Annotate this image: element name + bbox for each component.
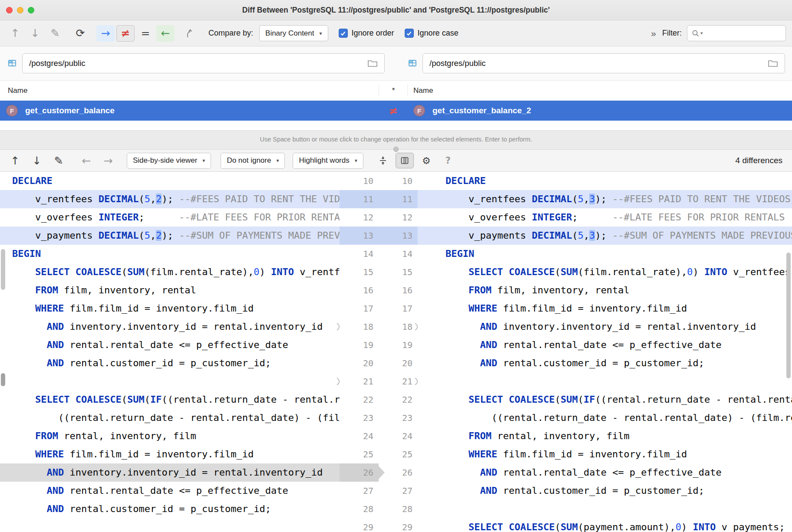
right-code-line[interactable]: SELECT COALESCE(SUM(payment.amount),0) I… <box>418 518 792 532</box>
previous-file-button[interactable]: ← <box>77 153 96 168</box>
next-difference-button[interactable]: ↓ <box>26 25 44 42</box>
right-path-input[interactable]: /postgres/public <box>422 53 785 73</box>
mark-not-equal-button[interactable]: ≠ <box>116 25 135 42</box>
selected-table-row[interactable]: F get_customer_balance ≠ F get_customer_… <box>0 101 792 121</box>
jump-to-source-button[interactable]: ✎ <box>50 153 68 168</box>
right-code-line[interactable]: v_overfees INTEGER; --#LATE FEES FOR PRI… <box>418 208 792 227</box>
left-code-line[interactable]: ((rental.return_date - rental.rental_dat… <box>0 409 340 427</box>
left-code-line[interactable] <box>0 372 340 391</box>
left-name-column-header[interactable]: Name <box>8 86 27 95</box>
folder-icon[interactable] <box>367 59 378 68</box>
edit-source-button[interactable]: ✎ <box>46 25 64 42</box>
next-file-button[interactable]: → <box>99 153 117 168</box>
right-code-line[interactable] <box>418 500 792 518</box>
right-line-number: 25 <box>379 445 418 463</box>
scrollbar-thumb[interactable] <box>1 249 5 290</box>
left-path-value: /postgres/public <box>29 59 86 68</box>
left-code-line[interactable]: v_overfees INTEGER; --#LATE FEES FOR PRI… <box>0 208 340 227</box>
whitespace-policy-dropdown[interactable]: Do not ignore ▾ <box>221 153 285 169</box>
left-path-group: /postgres/public <box>7 53 385 73</box>
right-line-number: 14 <box>379 245 418 263</box>
left-code-line[interactable]: WHERE film.film_id = inventory.film_id <box>0 445 340 463</box>
right-code-line[interactable]: DECLARE <box>418 172 792 190</box>
left-code-line[interactable]: AND rental.customer_id = p_customer_id; <box>0 354 340 372</box>
right-code-line[interactable]: FROM rental, inventory, film <box>418 427 792 445</box>
right-code-line[interactable]: SELECT COALESCE(SUM(film.rental_rate),0)… <box>418 263 792 281</box>
left-code-line[interactable]: AND rental.rental_date <= p_effective_da… <box>0 336 340 354</box>
left-code-line[interactable]: v_rentfees DECIMAL(5,2); --#FEES PAID TO… <box>0 190 340 208</box>
diff-row-12: v_overfees INTEGER; --#LATE FEES FOR PRI… <box>0 208 792 227</box>
previous-difference-button[interactable]: ↑ <box>6 25 24 42</box>
left-code-line[interactable]: WHERE film.film_id = inventory.film_id <box>0 299 340 318</box>
viewer-mode-dropdown[interactable]: Side-by-side viewer ▾ <box>127 153 211 169</box>
not-equal-status-icon[interactable]: ≠ <box>384 105 403 117</box>
left-code-line[interactable]: AND inventory.inventory_id = rental.inve… <box>0 318 340 336</box>
left-line-number: 28 <box>340 500 379 518</box>
right-code-line[interactable]: AND rental.customer_id = p_customer_id; <box>418 482 792 500</box>
left-line-number: 22 <box>340 391 379 409</box>
diff-row-17: WHERE film.film_id = inventory.film_id17… <box>0 299 792 318</box>
right-scrollbar[interactable] <box>785 172 792 532</box>
right-code-line[interactable]: ((rental.return_date - rental.rental_dat… <box>418 409 792 427</box>
mark-equal-button[interactable]: = <box>136 25 155 42</box>
copy-left-to-right-button[interactable]: → <box>96 25 115 42</box>
right-code-line[interactable]: BEGIN <box>418 245 792 263</box>
right-object-name[interactable]: get_customer_balance_2 <box>432 106 531 115</box>
folder-icon[interactable] <box>768 59 778 68</box>
left-code-line[interactable]: AND rental.customer_id = p_customer_id; <box>0 500 340 518</box>
refresh-button[interactable]: ⟳ <box>71 25 89 42</box>
fold-region-icon[interactable] <box>413 322 419 331</box>
left-code-line[interactable]: SELECT COALESCE(SUM(IF((rental.return_da… <box>0 391 340 409</box>
collapse-unchanged-button[interactable] <box>374 153 392 168</box>
left-code-line[interactable]: FROM film, inventory, rental <box>0 281 340 299</box>
fold-region-icon[interactable] <box>335 377 341 386</box>
left-code-line[interactable] <box>0 518 340 532</box>
right-name-column-header[interactable]: Name <box>413 86 433 95</box>
left-code-line[interactable]: AND inventory.inventory_id = rental.inve… <box>0 463 340 482</box>
highlight-mode-dropdown[interactable]: Highlight words ▾ <box>293 153 363 169</box>
copy-right-to-left-button[interactable]: ← <box>156 25 175 42</box>
filter-search-input[interactable]: ▾ <box>687 25 786 41</box>
right-code-line[interactable] <box>418 372 792 391</box>
right-code-line[interactable]: AND rental.customer_id = p_customer_id; <box>418 354 792 372</box>
next-change-button[interactable]: ↓ <box>28 153 46 168</box>
toolbar-overflow-chevrons[interactable]: » <box>651 28 656 39</box>
scrollbar-thumb[interactable] <box>786 253 791 378</box>
right-code-line[interactable]: FROM film, inventory, rental <box>418 281 792 299</box>
left-path-input[interactable]: /postgres/public <box>22 53 385 73</box>
right-code-line[interactable]: AND rental.rental_date <= p_effective_da… <box>418 463 792 482</box>
status-column-header[interactable]: * <box>384 86 403 95</box>
splitter-handle[interactable] <box>393 147 399 152</box>
left-scrollbar[interactable] <box>0 172 7 532</box>
diff-row-16: FROM film, inventory, rental1616 FROM fi… <box>0 281 792 299</box>
right-code-line[interactable]: WHERE film.film_id = inventory.film_id <box>418 445 792 463</box>
left-code-line[interactable]: v_payments DECIMAL(5,2); --#SUM OF PAYME… <box>0 227 340 245</box>
left-object-name[interactable]: get_customer_balance <box>25 106 115 115</box>
right-code-line[interactable]: WHERE film.film_id = inventory.film_id <box>418 299 792 318</box>
previous-change-button[interactable]: ↑ <box>6 153 24 168</box>
merge-button[interactable] <box>181 25 199 42</box>
diff-settings-button[interactable]: ⚙ <box>417 153 436 168</box>
left-code-line[interactable]: AND rental.rental_date <= p_effective_da… <box>0 482 340 500</box>
right-code-line[interactable]: AND rental.rental_date <= p_effective_da… <box>418 336 792 354</box>
fold-region-icon[interactable] <box>335 322 341 331</box>
right-code-line[interactable]: v_payments DECIMAL(5,3); --#SUM OF PAYME… <box>418 227 792 245</box>
right-code-line[interactable]: AND inventory.inventory_id = rental.inve… <box>418 318 792 336</box>
compare-by-dropdown[interactable]: Binary Content ▾ <box>259 25 328 41</box>
left-code-line[interactable]: DECLARE <box>0 172 340 190</box>
left-code-line[interactable]: BEGIN <box>0 245 340 263</box>
up-arrow-icon: ↑ <box>11 27 20 39</box>
left-code-line[interactable]: SELECT COALESCE(SUM(film.rental_rate),0)… <box>0 263 340 281</box>
synchronize-scrolling-toggle[interactable] <box>396 153 414 168</box>
help-button[interactable]: ? <box>439 153 457 168</box>
right-line-number: 22 <box>379 391 418 409</box>
ignore-order-checkbox[interactable]: Ignore order <box>339 29 394 38</box>
ignore-case-checkbox[interactable]: Ignore case <box>405 29 459 38</box>
left-code-line[interactable]: FROM rental, inventory, film <box>0 427 340 445</box>
viewer-mode-value: Side-by-side viewer <box>133 156 197 165</box>
main-toolbar: ↑ ↓ ✎ ⟳ → ≠ = ← Compare by: Binary Conte… <box>0 20 792 46</box>
left-line-number: 14 <box>340 245 379 263</box>
fold-region-icon[interactable] <box>413 377 419 386</box>
right-code-line[interactable]: SELECT COALESCE(SUM(IF((rental.return_da… <box>418 391 792 409</box>
right-code-line[interactable]: v_rentfees DECIMAL(5,3); --#FEES PAID TO… <box>418 190 792 208</box>
